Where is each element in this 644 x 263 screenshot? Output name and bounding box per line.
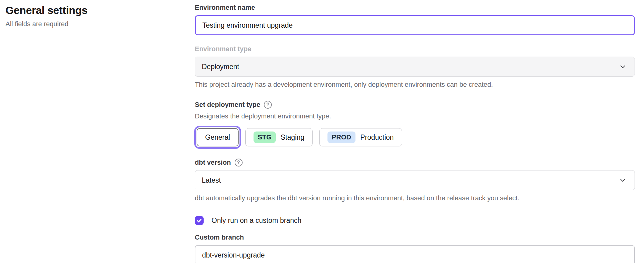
deployment-type-production-button[interactable]: PROD Production — [319, 128, 402, 146]
environment-name-input[interactable] — [195, 15, 635, 35]
general-button-label: General — [205, 133, 230, 142]
deployment-type-staging-button[interactable]: STG Staging — [245, 128, 313, 146]
production-button-label: Production — [360, 133, 394, 142]
custom-branch-input[interactable] — [195, 245, 635, 263]
help-icon[interactable]: ? — [235, 159, 243, 167]
deployment-type-options: General STG Staging PROD Production — [195, 126, 635, 149]
deployment-type-label-text: Set deployment type — [195, 101, 260, 109]
dbt-version-select[interactable]: Latest — [195, 170, 635, 190]
custom-branch-checkbox-label[interactable]: Only run on a custom branch — [212, 216, 301, 225]
help-icon[interactable]: ? — [264, 101, 272, 109]
staging-button-label: Staging — [281, 133, 304, 142]
page-title: General settings — [5, 4, 176, 16]
environment-type-helper: This project already has a development e… — [195, 81, 635, 89]
dbt-version-helper: dbt automatically upgrades the dbt versi… — [195, 194, 635, 202]
environment-type-value: Deployment — [202, 63, 239, 71]
dbt-version-label-text: dbt version — [195, 159, 231, 167]
environment-settings-form: Environment name Environment type Deploy… — [195, 4, 635, 263]
environment-type-group: Environment type Deployment This project… — [195, 45, 635, 89]
page-subtitle: All fields are required — [5, 20, 176, 28]
checkmark-icon — [196, 218, 202, 223]
deployment-type-description: Designates the deployment environment ty… — [195, 112, 635, 120]
chevron-down-icon — [619, 176, 627, 184]
environment-type-select: Deployment — [195, 57, 635, 77]
production-badge: PROD — [327, 132, 355, 143]
dbt-version-label: dbt version ? — [195, 159, 635, 167]
custom-branch-label: Custom branch — [195, 233, 635, 241]
custom-branch-group: Custom branch — [195, 233, 635, 263]
environment-name-label: Environment name — [195, 4, 635, 12]
deployment-type-label: Set deployment type ? — [195, 101, 635, 109]
deployment-type-general-button[interactable]: General — [197, 128, 239, 146]
custom-branch-checkbox-row: Only run on a custom branch — [195, 216, 635, 225]
environment-type-label: Environment type — [195, 45, 635, 53]
deployment-type-group: Set deployment type ? Designates the dep… — [195, 101, 635, 149]
settings-header: General settings All fields are required — [5, 4, 176, 28]
staging-badge: STG — [254, 132, 276, 143]
environment-settings-page: General settings All fields are required… — [0, 0, 644, 263]
custom-branch-checkbox[interactable] — [195, 216, 204, 225]
chevron-down-icon — [619, 63, 627, 71]
environment-name-group: Environment name — [195, 4, 635, 35]
dbt-version-group: dbt version ? Latest dbt automatically u… — [195, 159, 635, 202]
dbt-version-value: Latest — [202, 176, 221, 184]
